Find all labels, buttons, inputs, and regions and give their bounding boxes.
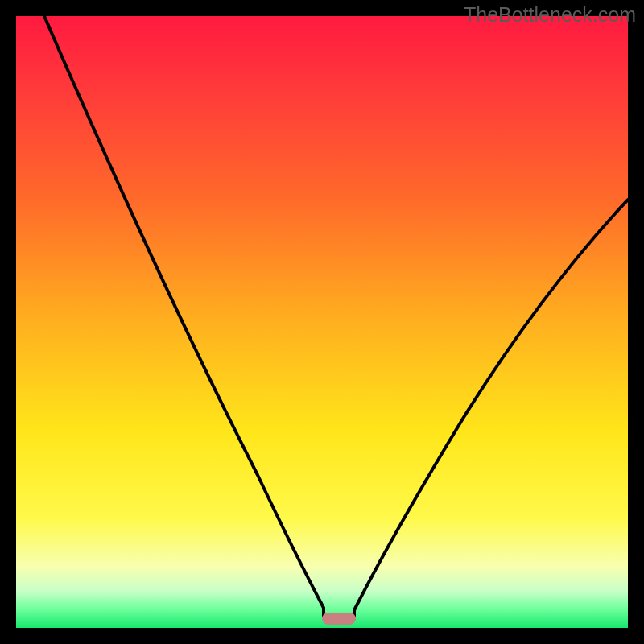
bottleneck-chart [16, 16, 628, 628]
chart-container: TheBottleneck.com [0, 0, 644, 644]
heat-gradient-background [16, 16, 628, 628]
optimal-marker [322, 613, 356, 625]
watermark-text: TheBottleneck.com [464, 3, 636, 27]
